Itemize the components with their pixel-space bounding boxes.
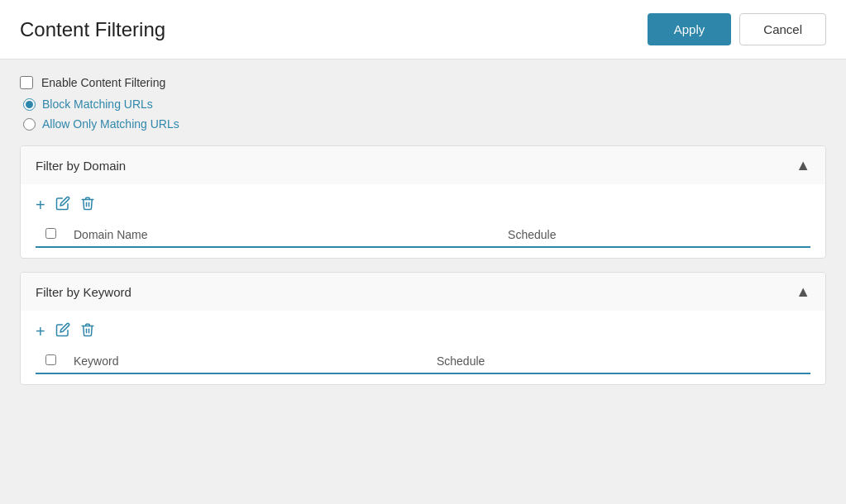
- allow-urls-label[interactable]: Allow Only Matching URLs: [42, 117, 179, 131]
- header-buttons: Apply Cancel: [648, 13, 826, 45]
- domain-name-col: Domain Name: [65, 223, 499, 247]
- domain-section-panel: Filter by Domain ▲ +: [20, 145, 826, 259]
- keyword-delete-icon[interactable]: [80, 322, 95, 340]
- page-title: Content Filtering: [20, 18, 165, 41]
- domain-table-header-row: Domain Name Schedule: [36, 223, 810, 247]
- page: Content Filtering Apply Cancel Enable Co…: [0, 0, 846, 504]
- header: Content Filtering Apply Cancel: [0, 0, 846, 59]
- domain-section-body: +: [21, 184, 825, 258]
- keyword-section-header[interactable]: Filter by Keyword ▲: [21, 273, 825, 311]
- keyword-col: Keyword: [65, 349, 428, 373]
- domain-delete-icon[interactable]: [80, 196, 95, 213]
- keyword-toolbar: +: [36, 322, 810, 340]
- allow-mode-row: Allow Only Matching URLs: [23, 117, 826, 131]
- enable-content-filtering-checkbox[interactable]: [20, 76, 33, 89]
- block-mode-row: Block Matching URLs: [23, 97, 826, 111]
- domain-section-title: Filter by Domain: [36, 159, 126, 173]
- keyword-schedule-col: Schedule: [428, 349, 810, 373]
- content-area: Enable Content Filtering Block Matching …: [0, 59, 846, 415]
- block-urls-radio[interactable]: [23, 98, 36, 111]
- apply-button[interactable]: Apply: [648, 13, 732, 45]
- domain-toolbar: +: [36, 196, 810, 213]
- domain-add-icon[interactable]: +: [36, 197, 45, 213]
- block-urls-label[interactable]: Block Matching URLs: [42, 97, 153, 111]
- enable-option-row: Enable Content Filtering: [20, 76, 826, 89]
- filter-mode-group: Block Matching URLs Allow Only Matching …: [23, 97, 826, 131]
- domain-select-all-checkbox[interactable]: [45, 228, 56, 239]
- cancel-button[interactable]: Cancel: [739, 13, 826, 45]
- domain-table: Domain Name Schedule: [36, 223, 810, 248]
- keyword-select-all-col: [36, 349, 65, 373]
- keyword-table: Keyword Schedule: [36, 349, 810, 374]
- allow-urls-radio[interactable]: [23, 118, 36, 131]
- domain-select-all-col: [36, 223, 65, 247]
- domain-section-header[interactable]: Filter by Domain ▲: [21, 146, 825, 184]
- domain-chevron-icon: ▲: [796, 158, 810, 173]
- enable-content-filtering-label[interactable]: Enable Content Filtering: [41, 76, 165, 89]
- keyword-section-body: +: [21, 311, 825, 384]
- keyword-edit-icon[interactable]: [55, 322, 70, 340]
- keyword-section-title: Filter by Keyword: [36, 285, 131, 299]
- keyword-section-panel: Filter by Keyword ▲ +: [20, 272, 826, 385]
- keyword-table-header-row: Keyword Schedule: [36, 349, 810, 373]
- keyword-add-icon[interactable]: +: [36, 323, 45, 340]
- domain-edit-icon[interactable]: [55, 196, 70, 213]
- keyword-chevron-icon: ▲: [796, 284, 810, 299]
- keyword-select-all-checkbox[interactable]: [45, 354, 56, 365]
- domain-schedule-col: Schedule: [499, 223, 810, 247]
